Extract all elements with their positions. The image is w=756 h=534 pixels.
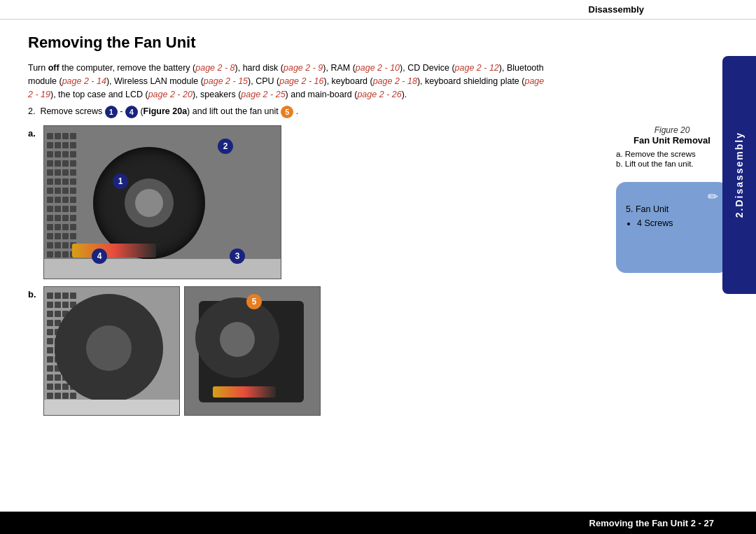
- step1-text3: ), RAM (: [323, 63, 356, 73]
- fan-unit-label: 5. Fan Unit: [626, 204, 718, 214]
- figure-notes: a. Remove the screws b. Lift out the fan…: [616, 150, 728, 168]
- step1-text9: ), keyboard shielding plate (: [417, 76, 525, 86]
- cable-strip-a: [72, 244, 156, 258]
- figure-note-a: a. Remove the screws: [616, 150, 728, 158]
- row-b-photos: 5: [43, 286, 321, 416]
- step1-link8: page 2 - 18: [373, 76, 417, 86]
- sub-label-b: b.: [28, 289, 38, 300]
- bottom-footer: Removing the Fan Unit 2 - 27: [0, 512, 756, 534]
- step1-prefix: Turn: [28, 63, 48, 73]
- cable-b-right: [213, 386, 276, 398]
- fan-screws-box: ✏ 5. Fan Unit 4 Screws: [616, 182, 728, 273]
- step2-text1: Remove screws: [40, 106, 104, 116]
- step1-text1: the computer, remove the battery (: [59, 63, 196, 73]
- metal-strip-a: [44, 259, 281, 279]
- fan-photo-b-left: [44, 287, 179, 415]
- image-row-a: a.: [28, 125, 602, 279]
- instructions: Turn off the computer, remove the batter…: [28, 62, 546, 118]
- step1-link4: page 2 - 12: [455, 63, 499, 73]
- screws-count: 4 Screws: [637, 218, 718, 228]
- badge-screw-3: 3: [230, 248, 245, 264]
- step1-link11: page 2 - 25: [241, 90, 285, 99]
- step2-text4: ) and lift out the fan unit: [187, 106, 281, 116]
- step1-text6: ), Wireless LAN module (: [106, 76, 204, 86]
- b-left-strip: [44, 400, 179, 415]
- fan-photo-a: 1 2 3 4: [44, 126, 281, 279]
- step2-text2: -: [120, 106, 125, 116]
- badge-5-inline: 5: [281, 106, 293, 118]
- page-title: Removing the Fan Unit: [28, 34, 728, 52]
- figures-area: a.: [28, 125, 728, 416]
- figure-title: Fan Unit Removal: [616, 135, 728, 146]
- badge-screw-2: 2: [218, 139, 233, 154]
- step1-text4: ), CD Device (: [400, 63, 454, 73]
- image-row-b: b.: [28, 286, 602, 416]
- photo-b-right: 5: [184, 286, 321, 416]
- fan-center-right: [220, 322, 255, 357]
- sidebar-tab-upper: 2.Disassembly: [722, 56, 756, 294]
- fan-screws-content: 5. Fan Unit 4 Screws: [626, 204, 718, 228]
- step1-text7: ), CPU (: [248, 76, 279, 86]
- top-header: Disassembly: [0, 0, 756, 20]
- fan-hub-center: [135, 189, 163, 217]
- sidebar-tab-label: 2.Disassembly: [734, 132, 745, 218]
- right-info-panel: Figure 20 Fan Unit Removal a. Remove the…: [616, 125, 728, 273]
- step2-bold: Figure 20a: [144, 106, 188, 116]
- step1-text2: ), hard disk (: [235, 63, 284, 73]
- footer-text: Removing the Fan Unit 2 - 27: [589, 518, 714, 528]
- step1-bold: off: [48, 63, 59, 73]
- photo-b-left: [43, 286, 180, 416]
- step1-link1: page 2 - 8: [195, 63, 234, 73]
- photo-a: 1 2 3 4: [43, 125, 281, 279]
- figure-number: Figure 20: [654, 125, 690, 135]
- step2-number: 2.: [28, 106, 35, 116]
- badge-screw-1: 1: [113, 174, 128, 189]
- step1-link2: page 2 - 9: [284, 63, 323, 73]
- step1-text11: ), speakers (: [192, 90, 241, 99]
- step1-text10: ), the top case and LCD (: [50, 90, 148, 99]
- main-content: Removing the Fan Unit Turn off the compu…: [0, 20, 756, 526]
- screws-list: 4 Screws: [637, 218, 718, 228]
- badge-5: 5: [246, 294, 262, 309]
- figure-caption: Figure 20 Fan Unit Removal: [616, 125, 728, 146]
- step1-text8: ), keyboard (: [323, 76, 372, 86]
- badge-4: 4: [125, 106, 138, 118]
- figure-note-b: b. Lift out the fan unit.: [616, 160, 728, 168]
- badge-screw-4: 4: [92, 248, 107, 264]
- step1-link3: page 2 - 10: [356, 63, 400, 73]
- step1-text13: ).: [402, 90, 407, 99]
- step1-link7: page 2 - 16: [279, 76, 323, 86]
- header-title: Disassembly: [589, 4, 645, 15]
- step1-link6: page 2 - 15: [204, 76, 248, 86]
- step1-text12: ) and main-board (: [286, 90, 358, 99]
- fan-photo-b-right: 5: [185, 287, 320, 415]
- sub-label-a: a.: [28, 128, 38, 139]
- step1-link10: page 2 - 20: [148, 90, 192, 99]
- fan-hub-large: [86, 325, 132, 371]
- badge-1: 1: [105, 106, 118, 118]
- step2-text5: .: [296, 106, 298, 116]
- pencil-icon: ✏: [708, 189, 718, 204]
- left-images: a.: [28, 125, 602, 416]
- step1-link5: page 2 - 14: [62, 76, 106, 86]
- step1-link12: page 2 - 26: [357, 90, 401, 99]
